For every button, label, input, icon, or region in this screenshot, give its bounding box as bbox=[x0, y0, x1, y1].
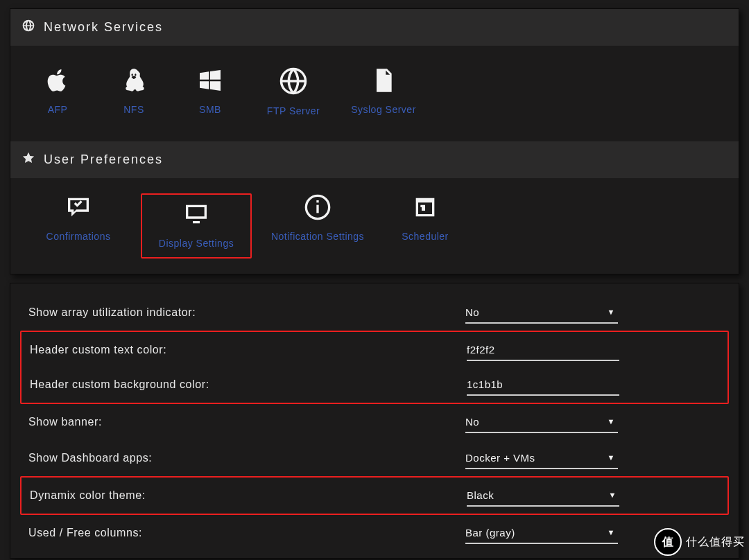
label-show-banner: Show banner: bbox=[28, 416, 465, 428]
svg-rect-3 bbox=[316, 200, 318, 202]
row-show-banner: Show banner: No ▼ bbox=[20, 404, 729, 440]
label-dashboard-apps: Show Dashboard apps: bbox=[28, 452, 465, 464]
watermark-text: 什么值得买 bbox=[686, 535, 745, 550]
tile-notification-settings[interactable]: Notification Settings bbox=[259, 193, 377, 259]
input-header-bg-color[interactable] bbox=[467, 378, 619, 390]
network-services-panel: Network Services AFP NFS SMB FTP Server bbox=[10, 8, 739, 274]
watermark: 值 什么值得买 bbox=[654, 528, 745, 556]
select-show-banner[interactable]: No ▼ bbox=[465, 412, 618, 433]
highlight-header-colors: Header custom text color: Header custom … bbox=[20, 331, 729, 404]
select-array-utilization[interactable]: No ▼ bbox=[465, 302, 618, 324]
tile-afp-label: AFP bbox=[23, 104, 92, 115]
tile-nfs-label: NFS bbox=[99, 104, 169, 115]
display-settings-form: Show array utilization indicator: No ▼ H… bbox=[10, 283, 739, 559]
tile-display-settings-label: Display Settings bbox=[146, 238, 246, 249]
tile-notification-settings-label: Notification Settings bbox=[259, 231, 377, 242]
tile-nfs[interactable]: NFS bbox=[99, 67, 169, 116]
chevron-down-icon: ▼ bbox=[609, 491, 617, 499]
label-header-bg-color: Header custom background color: bbox=[30, 378, 467, 391]
network-services-header: Network Services bbox=[10, 9, 739, 46]
select-used-free-cols-value: Bar (gray) bbox=[465, 527, 515, 539]
chevron-down-icon: ▼ bbox=[608, 528, 615, 536]
monitor-icon bbox=[146, 200, 246, 228]
row-color-theme: Dynamix color theme: Black ▼ bbox=[30, 480, 719, 511]
chevron-down-icon: ▼ bbox=[608, 308, 615, 316]
label-header-text-color: Header custom text color: bbox=[30, 344, 467, 356]
input-header-text-color[interactable] bbox=[467, 344, 619, 356]
linux-icon bbox=[99, 67, 169, 94]
input-header-bg-color-wrap bbox=[467, 374, 619, 396]
row-used-free-cols: Used / Free columns: Bar (gray) ▼ bbox=[20, 515, 729, 551]
select-color-theme[interactable]: Black ▼ bbox=[467, 485, 619, 507]
calendar-icon bbox=[384, 193, 467, 221]
user-preferences-tiles: Confirmations Display Settings Notificat… bbox=[10, 178, 739, 274]
tile-afp[interactable]: AFP bbox=[23, 67, 92, 116]
network-globe-icon bbox=[252, 67, 335, 96]
label-used-free-cols: Used / Free columns: bbox=[28, 527, 465, 539]
row-dashboard-apps: Show Dashboard apps: Docker + VMs ▼ bbox=[20, 440, 729, 476]
tile-display-settings[interactable]: Display Settings bbox=[141, 193, 252, 259]
row-header-bg-color: Header custom background color: bbox=[30, 369, 719, 400]
tile-confirmations-label: Confirmations bbox=[23, 231, 134, 242]
input-header-text-color-wrap bbox=[467, 340, 619, 361]
user-preferences-title: User Preferences bbox=[44, 152, 163, 167]
label-color-theme: Dynamix color theme: bbox=[30, 489, 467, 502]
network-services-title: Network Services bbox=[44, 20, 163, 35]
select-array-utilization-value: No bbox=[465, 306, 479, 318]
select-show-banner-value: No bbox=[465, 416, 479, 428]
document-icon bbox=[342, 67, 425, 94]
select-used-free-cols[interactable]: Bar (gray) ▼ bbox=[465, 523, 618, 544]
apple-icon bbox=[23, 67, 92, 94]
star-icon bbox=[21, 151, 35, 168]
watermark-badge: 值 bbox=[654, 528, 682, 556]
chevron-down-icon: ▼ bbox=[608, 453, 615, 462]
select-dashboard-apps[interactable]: Docker + VMs ▼ bbox=[465, 448, 618, 469]
tile-ftp-label: FTP Server bbox=[252, 105, 335, 116]
chevron-down-icon: ▼ bbox=[608, 417, 615, 426]
windows-icon bbox=[175, 67, 245, 94]
tile-smb-label: SMB bbox=[175, 104, 245, 115]
network-services-tiles: AFP NFS SMB FTP Server Syslog Server bbox=[10, 46, 739, 141]
check-bubble-icon bbox=[23, 193, 134, 221]
globe-icon bbox=[21, 19, 35, 36]
tile-syslog-label: Syslog Server bbox=[342, 104, 425, 115]
select-color-theme-value: Black bbox=[467, 489, 494, 501]
highlight-color-theme: Dynamix color theme: Black ▼ bbox=[20, 476, 729, 515]
label-array-utilization: Show array utilization indicator: bbox=[28, 306, 465, 319]
tile-ftp[interactable]: FTP Server bbox=[252, 67, 335, 116]
tile-scheduler[interactable]: Scheduler bbox=[384, 193, 467, 259]
tile-smb[interactable]: SMB bbox=[175, 67, 245, 116]
row-header-text-color: Header custom text color: bbox=[30, 335, 719, 365]
tile-confirmations[interactable]: Confirmations bbox=[23, 193, 134, 259]
select-dashboard-apps-value: Docker + VMs bbox=[465, 452, 535, 464]
tile-scheduler-label: Scheduler bbox=[384, 231, 467, 242]
svg-rect-2 bbox=[316, 205, 318, 213]
user-preferences-header: User Preferences bbox=[10, 141, 739, 178]
row-array-utilization: Show array utilization indicator: No ▼ bbox=[20, 295, 729, 331]
tile-syslog[interactable]: Syslog Server bbox=[342, 67, 425, 116]
info-icon bbox=[259, 193, 377, 221]
